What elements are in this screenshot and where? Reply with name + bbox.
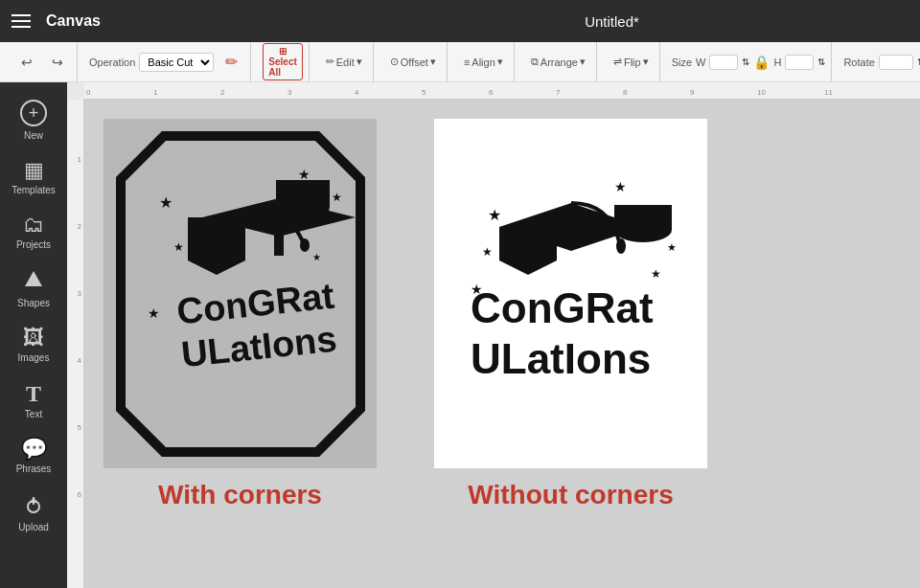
main-layout: + New ▦ Templates 🗂 Projects Shapes 🖼 Im… (0, 82, 920, 588)
ruler-h-tick-4: 4 (355, 88, 358, 97)
app-title: Canvas (46, 12, 300, 30)
undo-button[interactable]: ↩ (13, 49, 40, 76)
flip-group: ⇌ Flip ▾ (603, 42, 660, 81)
redo-button[interactable]: ↪ (44, 49, 71, 76)
ruler-v-tick-2: 2 (78, 222, 81, 231)
images-icon: 🖼 (23, 328, 44, 349)
width-input[interactable] (709, 55, 738, 70)
phrases-icon: 💬 (21, 439, 47, 460)
sidebar-item-projects[interactable]: 🗂 Projects (0, 205, 67, 260)
new-icon: + (20, 100, 47, 126)
ruler-h-tick-7: 7 (556, 88, 560, 97)
svg-text:★: ★ (488, 207, 501, 223)
sidebar-item-images[interactable]: 🖼 Images (0, 318, 67, 373)
arrange-button[interactable]: ⧉ Arrange ▾ (526, 54, 590, 70)
artwork-without-corners[interactable]: ★ ★ ★ ★ ★ ★ ★ ConGRat ULatIons (434, 119, 707, 468)
sidebar-item-text-label: Text (25, 409, 42, 419)
svg-text:★: ★ (651, 267, 661, 281)
text-icon: T (26, 382, 41, 405)
align-group: ≡ Align ▾ (453, 42, 515, 81)
svg-rect-3 (33, 497, 34, 505)
height-label: H (773, 57, 781, 68)
shapes-icon (23, 269, 44, 294)
operation-group: Operation Basic Cut ✏ (83, 42, 251, 81)
flip-button[interactable]: ⇌ Flip ▾ (609, 54, 654, 70)
offset-button[interactable]: ⊙ Offset ▾ (385, 54, 441, 70)
align-icon: ≡ (464, 57, 470, 68)
canvas-content: ★ ★ ★ ★ ★ ★ ConGRat ULatIons With corner… (84, 100, 920, 588)
without-corners-caption: Without corners (468, 480, 673, 510)
ruler-h-tick-11: 11 (824, 88, 833, 97)
ruler-h-tick-0: 0 (86, 88, 90, 97)
sidebar-item-upload-label: Upload (18, 522, 49, 532)
sidebar-item-new[interactable]: + New (0, 90, 67, 150)
align-chevron: ▾ (497, 56, 503, 68)
sidebar-item-images-label: Images (18, 352, 50, 363)
svg-rect-6 (274, 217, 284, 256)
with-corners-caption: With corners (158, 480, 322, 510)
offset-label: Offset (401, 57, 428, 68)
flip-label: Flip (624, 57, 641, 68)
svg-text:★: ★ (298, 167, 310, 182)
edit-button[interactable]: ✏ Edit ▾ (321, 54, 367, 70)
canvas-area[interactable]: 0 1 2 3 4 5 6 7 8 9 10 11 1 2 3 4 5 (67, 82, 920, 588)
templates-icon: ▦ (24, 160, 44, 181)
svg-marker-0 (25, 271, 42, 286)
svg-point-12 (276, 193, 330, 220)
ruler-vertical: 1 2 3 4 5 6 (67, 100, 84, 588)
edit-color-button[interactable]: ✏ (218, 49, 244, 76)
artwork-with-corners[interactable]: ★ ★ ★ ★ ★ ★ ConGRat ULatIons (104, 119, 377, 468)
select-all-group: ⊞ Select All (257, 42, 309, 81)
svg-text:★: ★ (312, 252, 321, 262)
sidebar-item-projects-label: Projects (16, 239, 51, 250)
projects-icon: 🗂 (23, 215, 44, 236)
svg-text:★: ★ (173, 240, 184, 254)
operation-select[interactable]: Basic Cut (139, 53, 214, 72)
ruler-v-tick-5: 5 (78, 423, 81, 432)
ruler-v-tick-6: 6 (78, 490, 81, 499)
design-with-corners-panel: ★ ★ ★ ★ ★ ★ ConGRat ULatIons With corner… (104, 119, 377, 510)
offset-icon: ⊙ (390, 56, 399, 68)
svg-text:★: ★ (332, 191, 342, 204)
select-all-button[interactable]: ⊞ Select All (263, 43, 302, 80)
rotate-input[interactable] (879, 55, 913, 70)
svg-point-26 (614, 217, 672, 242)
rotate-group: Rotate ⇅ (838, 42, 920, 81)
arrange-label: Arrange (540, 57, 578, 68)
width-label: W (696, 57, 705, 68)
edit-label: Edit (336, 57, 355, 68)
operation-label: Operation (89, 57, 135, 68)
arrange-chevron: ▾ (580, 56, 586, 68)
select-all-icon: ⊞ (279, 46, 287, 57)
arrange-icon: ⧉ (531, 56, 539, 68)
svg-marker-7 (188, 217, 245, 275)
sidebar-item-upload[interactable]: Upload (0, 484, 67, 542)
select-all-label: Select All (268, 57, 296, 78)
flip-icon: ⇌ (613, 56, 622, 68)
sidebar-item-templates[interactable]: ▦ Templates (0, 150, 67, 205)
height-stepper-icon2: ⇅ (817, 57, 825, 67)
doc-title: Untitled* (585, 13, 639, 30)
svg-text:★: ★ (482, 245, 493, 259)
upload-icon (23, 493, 44, 518)
hamburger-menu[interactable] (12, 14, 31, 28)
ruler-horizontal: 0 1 2 3 4 5 6 7 8 9 10 11 (84, 82, 920, 100)
ruler-h-tick-8: 8 (623, 88, 627, 97)
arrange-group: ⧉ Arrange ▾ (520, 42, 597, 81)
offset-chevron: ▾ (430, 56, 436, 68)
ruler-h-tick-6: 6 (489, 88, 493, 97)
sidebar-item-shapes-label: Shapes (17, 298, 50, 308)
sidebar-item-shapes[interactable]: Shapes (0, 260, 67, 318)
align-button[interactable]: ≡ Align ▾ (459, 54, 508, 70)
height-input[interactable] (785, 55, 814, 70)
lock-icon[interactable]: 🔒 (753, 55, 770, 70)
sidebar-item-text[interactable]: T Text (0, 373, 67, 429)
svg-text:ULatIons: ULatIons (471, 335, 651, 382)
svg-point-23 (616, 238, 626, 254)
sidebar-item-phrases[interactable]: 💬 Phrases (0, 429, 67, 484)
svg-point-9 (300, 238, 310, 252)
size-group: Size W ⇅ 🔒 H ⇅ (666, 42, 833, 81)
undo-redo-group: ↩ ↪ (8, 42, 78, 81)
edit-icon: ✏ (326, 56, 334, 68)
sidebar-item-templates-label: Templates (12, 185, 56, 195)
